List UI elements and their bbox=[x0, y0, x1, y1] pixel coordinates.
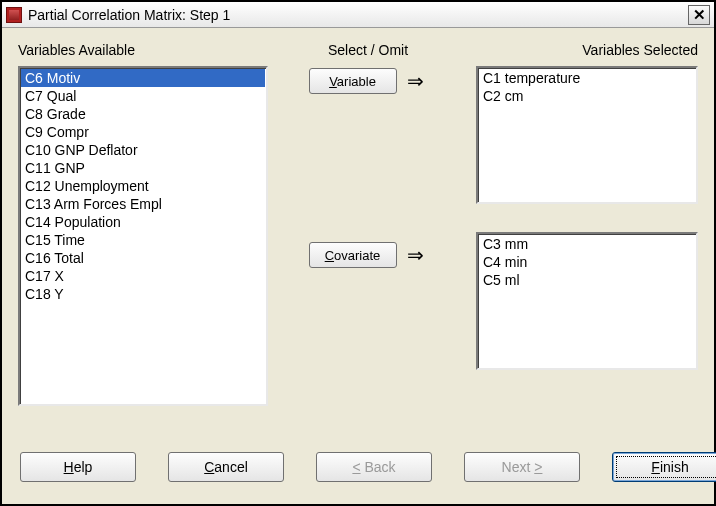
dialog-window: Partial Correlation Matrix: Step 1 ✕ Var… bbox=[0, 0, 716, 506]
selected-stack: C1 temperatureC2 cm C3 mmC4 minC5 ml bbox=[458, 66, 698, 370]
list-item[interactable]: C9 Compr bbox=[21, 123, 265, 141]
close-button[interactable]: ✕ bbox=[688, 5, 710, 25]
list-item[interactable]: C2 cm bbox=[479, 87, 695, 105]
label-variables-available: Variables Available bbox=[18, 42, 278, 62]
list-item[interactable]: C18 Y bbox=[21, 285, 265, 303]
column-selected: Variables Selected C1 temperatureC2 cm C… bbox=[458, 42, 698, 438]
listbox-selected-variables[interactable]: C1 temperatureC2 cm bbox=[476, 66, 698, 204]
cancel-button[interactable]: Cancel bbox=[168, 452, 284, 482]
list-item[interactable]: C11 GNP bbox=[21, 159, 265, 177]
list-item[interactable]: C16 Total bbox=[21, 249, 265, 267]
column-actions: Select / Omit Variable ⇒ Covariate ⇒ bbox=[278, 42, 458, 438]
window-title: Partial Correlation Matrix: Step 1 bbox=[28, 7, 688, 23]
covariate-action-row: Covariate ⇒ bbox=[309, 242, 428, 276]
label-variables-selected: Variables Selected bbox=[458, 42, 698, 62]
list-item[interactable]: C17 X bbox=[21, 267, 265, 285]
list-item[interactable]: C3 mm bbox=[479, 235, 695, 253]
arrow-icon: ⇒ bbox=[407, 245, 428, 265]
variable-action-row: Variable ⇒ bbox=[309, 68, 428, 102]
column-available: Variables Available C6 MotivC7 QualC8 Gr… bbox=[18, 42, 278, 438]
covariate-button[interactable]: Covariate bbox=[309, 242, 397, 268]
dialog-content: Variables Available C6 MotivC7 QualC8 Gr… bbox=[2, 28, 714, 504]
close-icon: ✕ bbox=[693, 7, 706, 22]
upper-area: Variables Available C6 MotivC7 QualC8 Gr… bbox=[18, 42, 698, 438]
arrow-icon: ⇒ bbox=[407, 71, 428, 91]
list-item[interactable]: C10 GNP Deflator bbox=[21, 141, 265, 159]
list-item[interactable]: C13 Arm Forces Empl bbox=[21, 195, 265, 213]
listbox-available[interactable]: C6 MotivC7 QualC8 GradeC9 ComprC10 GNP D… bbox=[18, 66, 268, 406]
next-button: Next > bbox=[464, 452, 580, 482]
label-select-omit: Select / Omit bbox=[278, 42, 458, 62]
list-item[interactable]: C4 min bbox=[479, 253, 695, 271]
bottom-button-bar: Help Cancel < Back Next > Finish bbox=[18, 438, 698, 496]
titlebar: Partial Correlation Matrix: Step 1 ✕ bbox=[2, 2, 714, 28]
list-item[interactable]: C5 ml bbox=[479, 271, 695, 289]
list-item[interactable]: C14 Population bbox=[21, 213, 265, 231]
back-button: < Back bbox=[316, 452, 432, 482]
list-item[interactable]: C15 Time bbox=[21, 231, 265, 249]
variable-button[interactable]: Variable bbox=[309, 68, 397, 94]
list-item[interactable]: C7 Qual bbox=[21, 87, 265, 105]
list-item[interactable]: C8 Grade bbox=[21, 105, 265, 123]
list-item[interactable]: C6 Motiv bbox=[21, 69, 265, 87]
help-button[interactable]: Help bbox=[20, 452, 136, 482]
list-item[interactable]: C12 Unemployment bbox=[21, 177, 265, 195]
finish-button[interactable]: Finish bbox=[612, 452, 716, 482]
listbox-covariates[interactable]: C3 mmC4 minC5 ml bbox=[476, 232, 698, 370]
app-icon bbox=[6, 7, 22, 23]
list-item[interactable]: C1 temperature bbox=[479, 69, 695, 87]
